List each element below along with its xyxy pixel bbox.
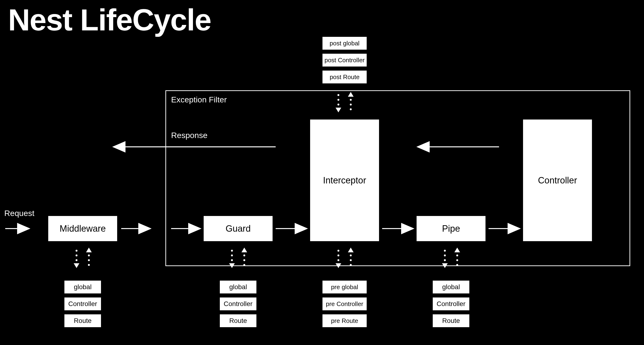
guard-text: Guard	[226, 224, 251, 234]
guard-route: Route	[219, 314, 257, 328]
pipe-global-text: global	[442, 283, 460, 291]
svg-point-8	[76, 250, 78, 252]
interceptor-post-route-text: post Route	[330, 74, 360, 81]
pipe-route: Route	[432, 314, 470, 328]
interceptor-pre-route: pre Route	[322, 314, 368, 328]
pipe-route-text: Route	[442, 317, 460, 324]
interceptor-post-controller: post Controller	[322, 53, 368, 67]
svg-point-10	[76, 259, 78, 261]
middleware-text: Middleware	[60, 224, 106, 234]
interceptor-box: Interceptor	[310, 119, 380, 242]
guard-box: Guard	[203, 215, 273, 242]
guard-controller-text: Controller	[224, 300, 252, 308]
pipe-box: Pipe	[416, 215, 486, 242]
middleware-route-text: Route	[74, 317, 92, 324]
controller-box: Controller	[522, 119, 593, 242]
interceptor-post-global: post global	[322, 36, 368, 50]
interceptor-post-global-text: post global	[330, 40, 360, 47]
svg-point-9	[76, 254, 78, 256]
pipe-controller-text: Controller	[436, 300, 465, 308]
request-label: Request	[4, 208, 34, 218]
diagram-title: Nest LifeCycle	[8, 2, 211, 37]
interceptor-pre-controller: pre Controller	[322, 297, 368, 311]
guard-controller: Controller	[219, 297, 257, 311]
controller-text: Controller	[538, 175, 577, 186]
guard-global-text: global	[229, 283, 247, 291]
svg-point-12	[88, 259, 90, 261]
pipe-controller: Controller	[432, 297, 470, 311]
guard-route-text: Route	[229, 317, 247, 324]
interceptor-text: Interceptor	[323, 175, 366, 186]
svg-point-13	[88, 264, 90, 266]
middleware-route: Route	[64, 314, 102, 328]
middleware-controller: Controller	[64, 297, 102, 311]
response-label: Response	[171, 131, 208, 140]
middleware-controller-text: Controller	[68, 300, 97, 308]
guard-global: global	[219, 280, 257, 294]
middleware-global: global	[64, 280, 102, 294]
interceptor-post-route: post Route	[322, 70, 368, 84]
pipe-global: global	[432, 280, 470, 294]
svg-point-11	[88, 254, 90, 256]
interceptor-pre-global: pre global	[322, 280, 368, 294]
interceptor-post-controller-text: post Controller	[324, 56, 364, 64]
middleware-biarrows-icon	[74, 248, 92, 268]
interceptor-pre-global-text: pre global	[331, 284, 358, 291]
exception-filter-label: Exception Filter	[171, 95, 227, 104]
interceptor-pre-controller-text: pre Controller	[326, 300, 363, 308]
middleware-global-text: global	[74, 283, 92, 291]
interceptor-pre-route-text: pre Route	[331, 317, 358, 324]
pipe-text: Pipe	[442, 224, 460, 234]
middleware-box: Middleware	[48, 215, 118, 242]
